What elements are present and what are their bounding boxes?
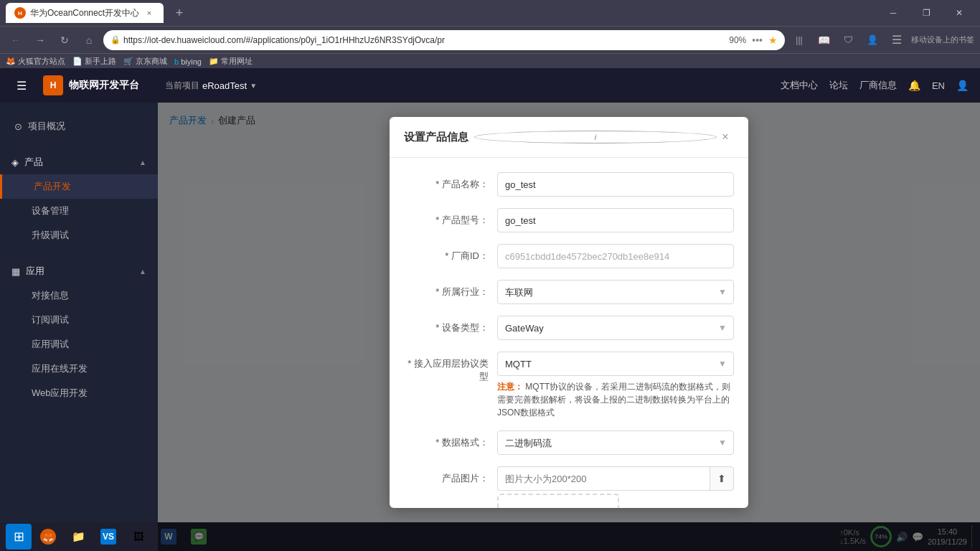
bookmark-newuser[interactable]: 📄 新手上路 — [72, 56, 116, 67]
app-container: ☰ H 物联网开发平台 当前项目 eRoadTest ▼ 文档中心 论坛 厂商信… — [0, 68, 980, 551]
modal-header: 设置产品信息 i × — [390, 117, 748, 158]
sidebar-item-upgrade[interactable]: 升级调试 — [0, 223, 158, 248]
image-input-row: ⬆ — [497, 466, 734, 491]
reload-button[interactable]: ↻ — [55, 30, 75, 50]
window-controls: ─ ❐ ✕ — [878, 3, 974, 23]
industry-label: * 所属行业： — [404, 280, 497, 298]
header-nav-docs[interactable]: 文档中心 — [781, 79, 818, 92]
new-tab-button[interactable]: + — [169, 3, 189, 23]
sidebar-item-app-debug[interactable]: 应用调试 — [0, 332, 158, 357]
manufacturer-id-label: * 厂商ID： — [404, 244, 497, 263]
bookmark-icon: 🛒 — [123, 57, 133, 66]
shield-icon[interactable]: 🛡 — [838, 30, 858, 50]
modal-close-button[interactable]: × — [717, 128, 734, 146]
modal-overlay: 设置产品信息 i × * 产品名称： — [158, 103, 980, 551]
mobile-bookmarks-label: 移动设备上的书签 — [911, 34, 974, 45]
start-button[interactable]: ⊞ — [6, 524, 32, 550]
product-group-icon: ◈ — [11, 157, 19, 168]
sidebar-item-app-online[interactable]: 应用在线开发 — [0, 357, 158, 381]
header-nav-forum[interactable]: 论坛 — [829, 79, 848, 92]
address-url: https://iot-dev.huaweicloud.com/#/applic… — [123, 35, 726, 45]
tab-close-button[interactable]: × — [143, 7, 155, 19]
firefox-icon: 🦊 — [40, 529, 56, 545]
data-format-wrap: 二进制码流 JSON ▼ — [497, 430, 734, 455]
image-path-input[interactable] — [497, 466, 710, 491]
maximize-button[interactable]: ❐ — [911, 3, 941, 23]
bookmark-firefox[interactable]: 🦊 火狐官方站点 — [6, 56, 65, 67]
sidebar-group-app[interactable]: ▦ 应用 ▲ — [0, 259, 158, 283]
active-tab[interactable]: H 华为OceanConnect开发中心 × — [6, 3, 164, 23]
taskbar-photo[interactable]: 🖼 — [125, 524, 152, 550]
minimize-button[interactable]: ─ — [878, 3, 908, 23]
protocol-select[interactable]: MQTT CoAP HTTP LWM2M — [497, 352, 734, 376]
photo-icon: 🖼 — [131, 529, 146, 545]
bookmark-biying[interactable]: b biying — [174, 57, 202, 66]
image-upload-button[interactable]: ⬆ — [710, 466, 734, 491]
protocol-wrap: MQTT CoAP HTTP LWM2M ▼ 注意： MQTT协议 — [497, 352, 734, 419]
modal-body: * 产品名称： * 产品型号： — [390, 158, 748, 508]
more-options-icon[interactable]: ••• — [752, 34, 763, 46]
product-model-input[interactable] — [497, 208, 734, 232]
sidebar-item-web-dev[interactable]: Web应用开发 — [0, 381, 158, 405]
header-nav-vendor[interactable]: 厂商信息 — [859, 79, 897, 92]
vscode-icon: VS — [100, 529, 116, 545]
app-header: ☰ H 物联网开发平台 当前项目 eRoadTest ▼ 文档中心 论坛 厂商信… — [0, 68, 980, 103]
product-model-wrap — [497, 208, 734, 232]
industry-row: * 所属行业： 车联网 智慧城市 智能制造 智慧农业 其他 ▼ — [404, 280, 734, 304]
info-icon[interactable]: i — [474, 131, 717, 143]
taskbar-files[interactable]: 📁 — [65, 524, 92, 550]
product-name-input[interactable] — [497, 172, 734, 197]
address-bar[interactable]: 🔒 https://iot-dev.huaweicloud.com/#/appl… — [103, 30, 785, 50]
app-body: ⊙ 项目概况 ◈ 产品 ▲ 产品开发 设备管理 — [0, 103, 980, 551]
sidebar-toggle-button[interactable]: ||| — [789, 30, 809, 50]
close-button[interactable]: ✕ — [944, 3, 974, 23]
header-bell-icon[interactable]: 🔔 — [908, 80, 920, 91]
sidebar-group-product[interactable]: ◈ 产品 ▲ — [0, 150, 158, 174]
sidebar-section-app: ▦ 应用 ▲ 对接信息 订阅调试 应用调试 — [0, 253, 158, 411]
sidebar-item-overview[interactable]: ⊙ 项目概况 — [0, 114, 158, 138]
browser-chrome: H 华为OceanConnect开发中心 × + ─ ❐ ✕ ← → ↻ ⌂ 🔒… — [0, 0, 980, 68]
industry-wrap: 车联网 智慧城市 智能制造 智慧农业 其他 ▼ — [497, 280, 734, 304]
back-button[interactable]: ← — [6, 30, 26, 50]
modal-title: 设置产品信息 i — [404, 131, 717, 144]
title-bar: H 华为OceanConnect开发中心 × + ─ ❐ ✕ — [0, 0, 980, 26]
project-chevron-icon[interactable]: ▼ — [250, 82, 257, 90]
bookmark-common[interactable]: 📁 常用网址 — [209, 56, 253, 67]
account-icon[interactable]: 👤 — [862, 30, 882, 50]
sidebar-item-product-dev[interactable]: 产品开发 — [0, 174, 158, 199]
industry-select[interactable]: 车联网 智慧城市 智能制造 智慧农业 其他 — [497, 280, 734, 304]
sidebar-item-connect[interactable]: 对接信息 — [0, 283, 158, 308]
menu-button[interactable]: ☰ — [887, 30, 907, 50]
sidebar-item-subscribe[interactable]: 订阅调试 — [0, 308, 158, 332]
image-preview-area[interactable] — [497, 494, 619, 508]
data-format-select[interactable]: 二进制码流 JSON — [497, 430, 734, 455]
product-image-label: 产品图片： — [404, 466, 497, 485]
platform-name: 物联网开发平台 — [69, 79, 139, 92]
tab-title: 华为OceanConnect开发中心 — [30, 7, 139, 19]
manufacturer-id-wrap — [497, 244, 734, 268]
bookmark-icon: b — [174, 57, 179, 66]
bookmark-star-icon[interactable]: ★ — [768, 34, 778, 46]
bookmark-icon: 📄 — [72, 57, 83, 66]
forward-button[interactable]: → — [30, 30, 50, 50]
device-type-label: * 设备类型： — [404, 316, 497, 334]
zoom-level: 90% — [729, 35, 746, 45]
sidebar-section-product: ◈ 产品 ▲ 产品开发 设备管理 升级调试 — [0, 144, 158, 253]
sidebar-menu-icon[interactable]: ☰ — [11, 75, 32, 95]
protocol-note: 注意： MQTT协议的设备，若采用二进制码流的数据格式，则需要完善数据解析，将设… — [497, 380, 734, 419]
sidebar-item-device-mgmt[interactable]: 设备管理 — [0, 199, 158, 223]
project-name[interactable]: eRoadTest — [202, 80, 247, 91]
sidebar: ⊙ 项目概况 ◈ 产品 ▲ 产品开发 设备管理 — [0, 103, 158, 551]
taskbar-vscode[interactable]: VS — [95, 524, 122, 550]
main-content: 产品开发 › 创建产品 设置产品信息 i × — [158, 103, 980, 551]
manufacturer-id-input[interactable] — [497, 244, 734, 268]
device-type-select[interactable]: GateWay 普通设备 直连设备 — [497, 316, 734, 340]
bookmark-icon: 📁 — [209, 57, 219, 66]
taskbar-firefox[interactable]: 🦊 — [34, 524, 62, 550]
home-button[interactable]: ⌂ — [79, 30, 99, 50]
reading-mode-button[interactable]: 📖 — [814, 30, 834, 50]
header-avatar-icon[interactable]: 👤 — [956, 80, 969, 91]
bookmark-jd[interactable]: 🛒 京东商城 — [123, 56, 167, 67]
header-lang[interactable]: EN — [932, 80, 945, 91]
header-right: 文档中心 论坛 厂商信息 🔔 EN 👤 — [781, 79, 969, 92]
